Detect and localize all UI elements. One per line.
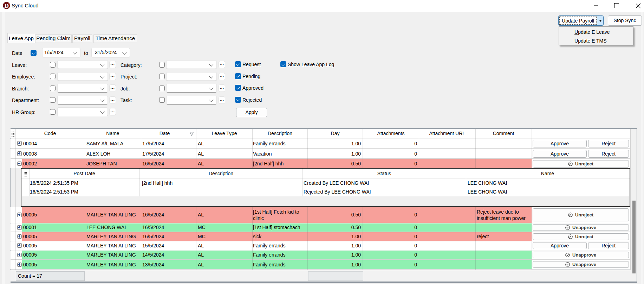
svg-text:D: D <box>4 2 9 9</box>
